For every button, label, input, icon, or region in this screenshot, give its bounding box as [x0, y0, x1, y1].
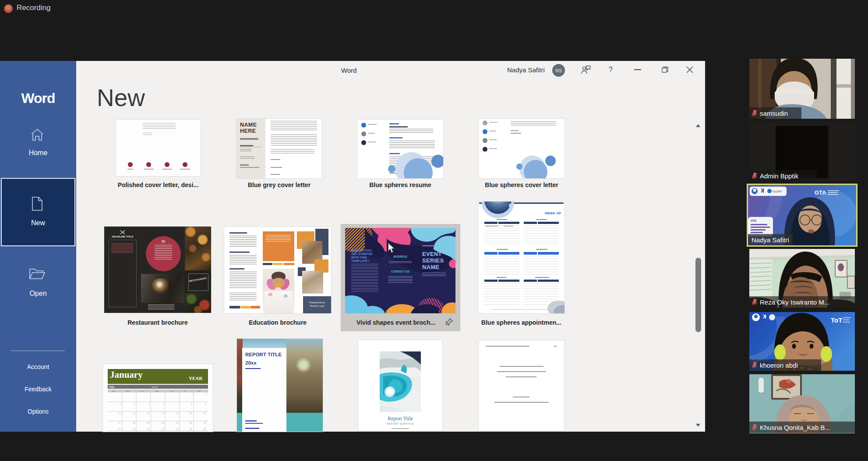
svg-text:1: 1: [192, 393, 193, 395]
svg-text:bpptik: bpptik: [773, 189, 782, 193]
svg-text:22: 22: [190, 422, 192, 424]
svg-text:16: 16: [204, 412, 206, 415]
svg-text:13: 13: [162, 412, 164, 415]
svg-text:26: 26: [147, 428, 150, 430]
svg-text:2: 2: [206, 393, 207, 395]
svg-text:4: 4: [134, 403, 135, 405]
svg-text:3: 3: [120, 403, 121, 405]
svg-text:23: 23: [204, 422, 206, 424]
svg-text:6: 6: [163, 403, 164, 405]
svg-text:10: 10: [119, 412, 121, 415]
svg-text:30: 30: [204, 428, 206, 430]
svg-text:12: 12: [147, 412, 150, 415]
svg-text:17: 17: [119, 422, 121, 424]
svg-text:14: 14: [176, 412, 179, 415]
svg-text:28: 28: [176, 428, 179, 430]
svg-text:GTA: GTA: [751, 219, 757, 222]
svg-text:8: 8: [191, 403, 192, 405]
svg-text:Fri: Fri: [184, 390, 186, 392]
svg-text:20: 20: [162, 422, 164, 424]
svg-text:GTA: GTA: [815, 189, 826, 196]
svg-text:5: 5: [148, 403, 150, 405]
svg-text:Tue: Tue: [141, 390, 144, 392]
svg-text:27: 27: [162, 428, 164, 430]
svg-text:ToT: ToT: [831, 316, 842, 324]
svg-text:21: 21: [176, 422, 179, 424]
svg-text:Thu: Thu: [170, 390, 173, 392]
svg-text:15: 15: [190, 412, 192, 415]
svg-text:Sun: Sun: [112, 390, 115, 392]
svg-text:9: 9: [205, 403, 206, 405]
svg-text:25: 25: [133, 428, 135, 430]
svg-text:11: 11: [133, 412, 135, 415]
svg-text:Wed: Wed: [155, 390, 159, 392]
svg-text:18: 18: [133, 422, 135, 424]
svg-text:19: 19: [147, 422, 150, 424]
svg-text:Mon: Mon: [126, 390, 130, 392]
svg-text:29: 29: [190, 428, 192, 430]
svg-text:24: 24: [119, 428, 121, 430]
svg-text:Sat: Sat: [198, 390, 201, 392]
svg-text:7: 7: [177, 403, 179, 405]
